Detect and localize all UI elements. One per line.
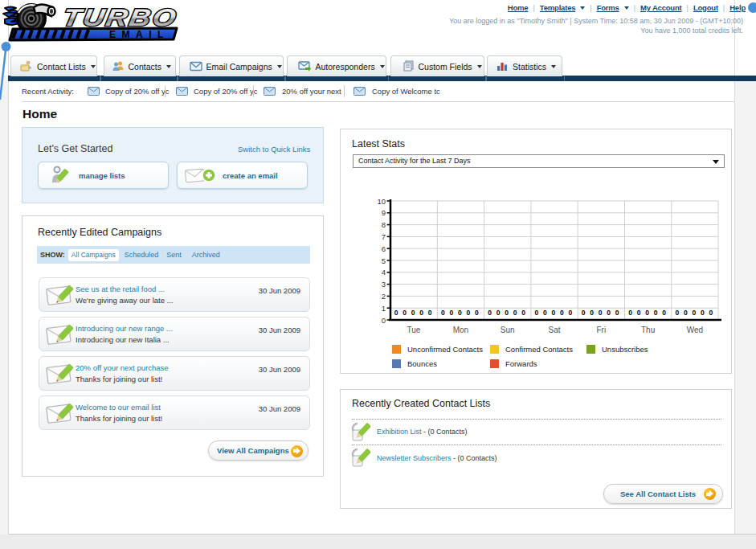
svg-text:0: 0 — [607, 309, 611, 317]
svg-text:Tue: Tue — [407, 326, 421, 334]
svg-text:0: 0 — [521, 309, 525, 317]
svg-text:0: 0 — [599, 309, 603, 317]
svg-text:0: 0 — [637, 309, 641, 317]
svg-text:Mon: Mon — [453, 326, 468, 334]
svg-text:0: 0 — [709, 309, 713, 317]
svg-text:0: 0 — [615, 309, 619, 317]
svg-text:Thu: Thu — [641, 326, 655, 334]
svg-text:0: 0 — [662, 309, 666, 317]
svg-text:0: 0 — [403, 309, 407, 317]
svg-text:0: 0 — [466, 309, 470, 317]
svg-text:0: 0 — [475, 309, 479, 317]
svg-text:0: 0 — [419, 309, 423, 317]
svg-text:Sun: Sun — [501, 326, 515, 334]
svg-text:0: 0 — [449, 309, 453, 317]
svg-text:0: 0 — [411, 309, 415, 317]
svg-text:0: 0 — [497, 309, 501, 317]
svg-text:1: 1 — [382, 304, 386, 313]
svg-text:0: 0 — [654, 309, 658, 317]
svg-text:0: 0 — [394, 309, 398, 317]
svg-text:7: 7 — [382, 232, 386, 241]
svg-text:0: 0 — [441, 309, 445, 317]
svg-text:0: 0 — [560, 309, 564, 317]
svg-text:0: 0 — [488, 309, 492, 317]
svg-text:0: 0 — [645, 309, 649, 317]
svg-text:0: 0 — [628, 309, 632, 317]
svg-text:0: 0 — [505, 309, 509, 317]
svg-text:3: 3 — [382, 280, 386, 289]
svg-text:6: 6 — [382, 244, 386, 253]
svg-text:0: 0 — [543, 309, 547, 317]
svg-text:TURBO: TURBO — [61, 4, 180, 31]
svg-text:0: 0 — [701, 309, 705, 317]
svg-text:Fri: Fri — [596, 326, 606, 334]
svg-text:0: 0 — [552, 309, 556, 317]
svg-text:8: 8 — [382, 220, 386, 229]
svg-text:0: 0 — [692, 309, 696, 317]
svg-text:4: 4 — [382, 268, 386, 277]
svg-text:0: 0 — [513, 309, 517, 317]
svg-text:2: 2 — [382, 292, 386, 301]
svg-text:0: 0 — [684, 309, 688, 317]
svg-text:0: 0 — [535, 309, 539, 317]
svg-text:Sat: Sat — [548, 326, 560, 334]
svg-text:0: 0 — [458, 309, 462, 317]
svg-text:0: 0 — [582, 309, 586, 317]
svg-text:0: 0 — [590, 309, 594, 317]
svg-text:Wed: Wed — [687, 326, 703, 334]
svg-text:0: 0 — [675, 309, 679, 317]
svg-text:EMAIL: EMAIL — [109, 29, 170, 40]
svg-text:5: 5 — [382, 256, 386, 265]
svg-text:0: 0 — [569, 309, 573, 317]
svg-text:10: 10 — [377, 197, 386, 206]
svg-text:9: 9 — [382, 208, 386, 217]
svg-text:0: 0 — [428, 309, 432, 317]
svg-text:0: 0 — [382, 316, 386, 325]
